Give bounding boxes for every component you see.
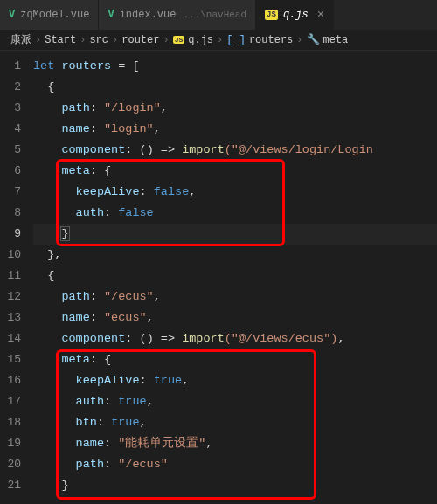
line-number: 2 [0, 77, 21, 98]
line-number: 7 [0, 182, 21, 203]
code-line: meta: { [33, 161, 437, 182]
chevron-right-icon: › [80, 34, 86, 46]
code-line: } [33, 224, 437, 245]
code-line: name: "login", [33, 119, 437, 140]
line-number: 9 [0, 224, 21, 245]
tab-sublabel: ...\navHead [183, 10, 246, 20]
code-line: name: "ecus", [33, 307, 437, 328]
code-area[interactable]: let routers = [ { path: "/login", name: … [33, 56, 437, 496]
breadcrumb-symbol[interactable]: routers [249, 34, 293, 46]
wrench-icon: 🔧 [307, 33, 320, 46]
code-line: { [33, 266, 437, 287]
code-line: component: () => import("@/views/ecus"), [33, 328, 437, 349]
tab-bar: V zqModel.vue V index.vue ...\navHead JS… [0, 0, 437, 30]
code-line: } [33, 475, 437, 496]
close-icon[interactable]: × [317, 8, 324, 22]
editor[interactable]: 1 2 3 4 5 6 7 8 9 10 11 12 13 14 15 16 1… [0, 51, 437, 496]
code-line: auth: true, [33, 391, 437, 412]
line-number: 16 [0, 370, 21, 391]
tab-label: index.vue [120, 9, 177, 21]
tab-index[interactable]: V index.vue ...\navHead [99, 0, 256, 30]
code-line: { [33, 77, 437, 98]
code-line: btn: true, [33, 412, 437, 433]
code-line: auth: false [33, 203, 437, 224]
variable-icon: [ ] [226, 34, 246, 46]
line-number: 17 [0, 391, 21, 412]
code-line: meta: { [33, 349, 437, 370]
chevron-right-icon: › [217, 34, 223, 46]
js-icon: JS [265, 10, 278, 20]
js-icon: JS [173, 36, 185, 44]
tab-label: q.js [283, 9, 309, 21]
chevron-right-icon: › [112, 34, 118, 46]
code-line: keepAlive: false, [33, 182, 437, 203]
vue-icon: V [9, 9, 15, 21]
line-number-gutter: 1 2 3 4 5 6 7 8 9 10 11 12 13 14 15 16 1… [0, 56, 33, 496]
line-number: 6 [0, 161, 21, 182]
code-line: component: () => import("@/views/login/L… [33, 140, 437, 161]
code-line: path: "/login", [33, 98, 437, 119]
code-line: path: "/ecus", [33, 287, 437, 307]
line-number: 5 [0, 140, 21, 161]
line-number: 15 [0, 349, 21, 370]
breadcrumb-item[interactable]: src [89, 34, 108, 46]
breadcrumb-item[interactable]: 康派 [10, 32, 31, 47]
breadcrumb: 康派 › Start › src › router › JS q.js › [ … [0, 30, 437, 51]
line-number: 21 [0, 475, 21, 496]
breadcrumb-file[interactable]: q.js [188, 34, 213, 46]
line-number: 8 [0, 203, 21, 224]
line-number: 3 [0, 98, 21, 119]
tab-qjs[interactable]: JS q.js × [256, 0, 334, 30]
line-number: 20 [0, 454, 21, 475]
breadcrumb-item[interactable]: router [121, 34, 159, 46]
line-number: 1 [0, 56, 21, 77]
code-line: let routers = [ [33, 56, 437, 77]
chevron-right-icon: › [296, 34, 302, 46]
line-number: 13 [0, 307, 21, 328]
line-number: 12 [0, 287, 21, 307]
line-number: 18 [0, 412, 21, 433]
code-line: name: "能耗单元设置", [33, 433, 437, 454]
chevron-right-icon: › [163, 34, 169, 46]
line-number: 14 [0, 328, 21, 349]
line-number: 19 [0, 433, 21, 454]
tab-label: zqModel.vue [20, 9, 89, 21]
code-line: }, [33, 245, 437, 266]
breadcrumb-symbol[interactable]: meta [323, 34, 349, 46]
line-number: 10 [0, 245, 21, 266]
line-number: 11 [0, 266, 21, 287]
vue-icon: V [108, 9, 114, 21]
code-line: keepAlive: true, [33, 370, 437, 391]
chevron-right-icon: › [35, 34, 41, 46]
breadcrumb-item[interactable]: Start [45, 34, 76, 46]
code-line: path: "/ecus" [33, 454, 437, 475]
tab-zqmodel[interactable]: V zqModel.vue [0, 0, 99, 30]
line-number: 4 [0, 119, 21, 140]
